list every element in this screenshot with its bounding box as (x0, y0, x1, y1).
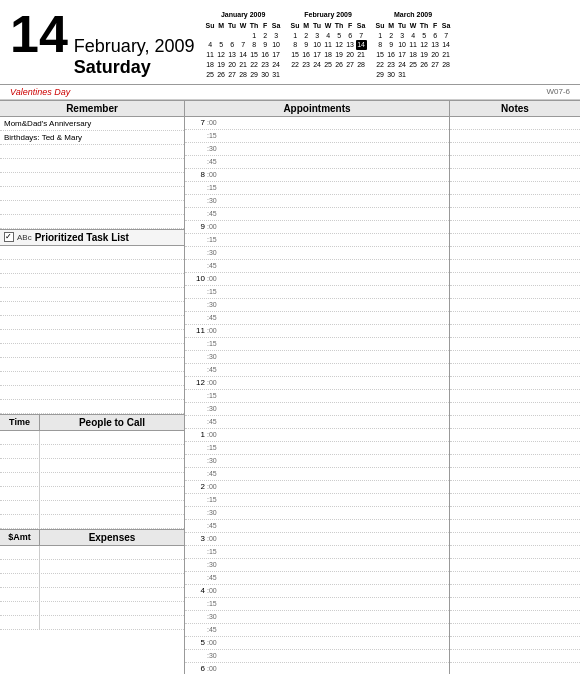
notes-row[interactable] (450, 624, 580, 637)
task-item[interactable] (0, 288, 184, 302)
time-slot-3-15[interactable]: :15 (185, 546, 449, 559)
time-slot-7-00[interactable]: 7 :00 (185, 117, 449, 130)
notes-row[interactable] (450, 247, 580, 260)
time-slot-10-00[interactable]: 10 :00 (185, 273, 449, 286)
time-slot-11-00[interactable]: 11 :00 (185, 325, 449, 338)
task-item[interactable] (0, 274, 184, 288)
time-slot-5-30[interactable]: :30 (185, 650, 449, 663)
task-item[interactable] (0, 302, 184, 316)
time-slot-4-00[interactable]: 4 :00 (185, 585, 449, 598)
time-slot-12-30[interactable]: :30 (185, 403, 449, 416)
task-item[interactable] (0, 344, 184, 358)
task-item[interactable] (0, 400, 184, 414)
notes-row[interactable] (450, 156, 580, 169)
notes-row[interactable] (450, 585, 580, 598)
time-slot-1-45[interactable]: :45 (185, 468, 449, 481)
notes-row[interactable] (450, 533, 580, 546)
notes-row[interactable] (450, 312, 580, 325)
time-slot-6-00[interactable]: 6 :00 (185, 663, 449, 674)
task-checkbox-icon[interactable] (4, 232, 14, 242)
time-slot-9-30[interactable]: :30 (185, 247, 449, 260)
remember-item[interactable] (0, 159, 184, 173)
expense-item[interactable] (0, 588, 184, 602)
time-slot-12-45[interactable]: :45 (185, 416, 449, 429)
time-slot-8-00[interactable]: 8 :00 (185, 169, 449, 182)
notes-row[interactable] (450, 520, 580, 533)
task-item[interactable] (0, 330, 184, 344)
expense-item[interactable] (0, 546, 184, 560)
notes-row[interactable] (450, 403, 580, 416)
notes-row[interactable] (450, 338, 580, 351)
expense-item[interactable] (0, 560, 184, 574)
time-slot-3-00[interactable]: 3 :00 (185, 533, 449, 546)
notes-row[interactable] (450, 221, 580, 234)
people-item[interactable] (0, 431, 184, 445)
remember-item[interactable] (0, 145, 184, 159)
remember-item[interactable] (0, 187, 184, 201)
time-slot-1-00[interactable]: 1 :00 (185, 429, 449, 442)
notes-row[interactable] (450, 572, 580, 585)
time-slot-11-45[interactable]: :45 (185, 364, 449, 377)
time-slot-5-00[interactable]: 5 :00 (185, 637, 449, 650)
people-item[interactable] (0, 473, 184, 487)
notes-row[interactable] (450, 260, 580, 273)
time-slot-2-15[interactable]: :15 (185, 494, 449, 507)
task-item[interactable] (0, 260, 184, 274)
task-item[interactable] (0, 372, 184, 386)
time-slot-10-30[interactable]: :30 (185, 299, 449, 312)
notes-row[interactable] (450, 208, 580, 221)
people-item[interactable] (0, 487, 184, 501)
time-slot-2-30[interactable]: :30 (185, 507, 449, 520)
time-slot-3-45[interactable]: :45 (185, 572, 449, 585)
time-slot-8-30[interactable]: :30 (185, 195, 449, 208)
time-slot-11-15[interactable]: :15 (185, 338, 449, 351)
time-slot-7-45[interactable]: :45 (185, 156, 449, 169)
notes-row[interactable] (450, 351, 580, 364)
notes-row[interactable] (450, 494, 580, 507)
notes-row[interactable] (450, 611, 580, 624)
notes-row[interactable] (450, 481, 580, 494)
notes-row[interactable] (450, 273, 580, 286)
notes-row[interactable] (450, 286, 580, 299)
notes-row[interactable] (450, 390, 580, 403)
task-item[interactable] (0, 358, 184, 372)
notes-row[interactable] (450, 299, 580, 312)
notes-row[interactable] (450, 195, 580, 208)
remember-item[interactable] (0, 173, 184, 187)
time-slot-7-30[interactable]: :30 (185, 143, 449, 156)
task-item[interactable] (0, 246, 184, 260)
people-item[interactable] (0, 445, 184, 459)
time-slot-12-00[interactable]: 12 :00 (185, 377, 449, 390)
notes-row[interactable] (450, 442, 580, 455)
expense-item[interactable] (0, 574, 184, 588)
people-item[interactable] (0, 459, 184, 473)
time-slot-10-15[interactable]: :15 (185, 286, 449, 299)
notes-row[interactable] (450, 663, 580, 674)
notes-row[interactable] (450, 169, 580, 182)
task-item[interactable] (0, 386, 184, 400)
notes-row[interactable] (450, 468, 580, 481)
people-item[interactable] (0, 515, 184, 529)
time-slot-1-15[interactable]: :15 (185, 442, 449, 455)
task-item[interactable] (0, 316, 184, 330)
remember-item[interactable] (0, 215, 184, 229)
notes-row[interactable] (450, 416, 580, 429)
notes-row[interactable] (450, 650, 580, 663)
notes-row[interactable] (450, 637, 580, 650)
notes-row[interactable] (450, 117, 580, 130)
time-slot-10-45[interactable]: :45 (185, 312, 449, 325)
time-slot-9-15[interactable]: :15 (185, 234, 449, 247)
time-slot-1-30[interactable]: :30 (185, 455, 449, 468)
time-slot-3-30[interactable]: :30 (185, 559, 449, 572)
notes-row[interactable] (450, 377, 580, 390)
time-slot-2-00[interactable]: 2 :00 (185, 481, 449, 494)
notes-row[interactable] (450, 507, 580, 520)
notes-row[interactable] (450, 455, 580, 468)
notes-row[interactable] (450, 559, 580, 572)
notes-row[interactable] (450, 182, 580, 195)
people-item[interactable] (0, 501, 184, 515)
time-slot-9-45[interactable]: :45 (185, 260, 449, 273)
time-slot-8-45[interactable]: :45 (185, 208, 449, 221)
time-slot-4-15[interactable]: :15 (185, 598, 449, 611)
remember-item[interactable]: Mom&Dad's Anniversary (0, 117, 184, 131)
